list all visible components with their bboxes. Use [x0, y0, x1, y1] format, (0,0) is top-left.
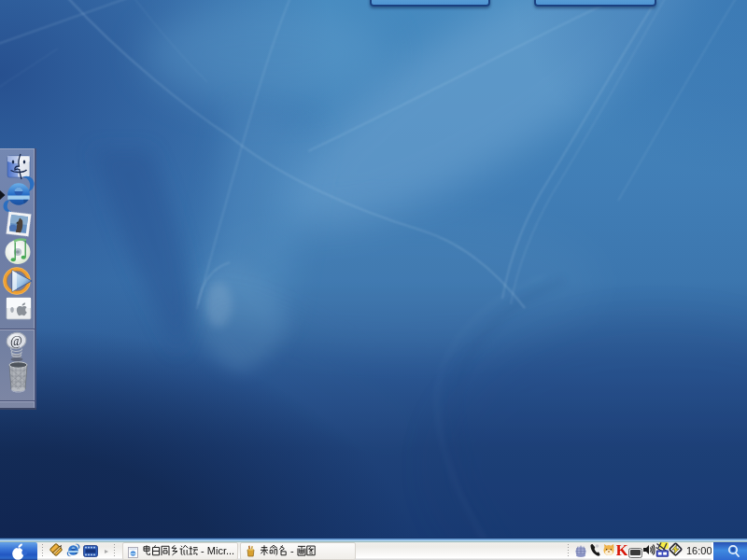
- svg-text:@: @: [10, 334, 22, 348]
- svg-text:K: K: [616, 542, 627, 557]
